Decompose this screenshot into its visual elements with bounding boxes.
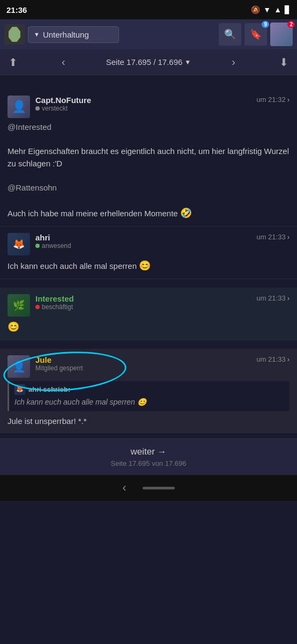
weiter-bar: weiter → Seite 17.695 von 17.696: [0, 438, 297, 475]
time-arrow-icon: ›: [287, 294, 289, 302]
status-time: 21:36: [6, 5, 27, 14]
jule-avatar[interactable]: 👤: [8, 355, 30, 378]
message-interested: 🌿 Interested beschäftigt um 21:33 › 😊: [0, 288, 297, 340]
status-label: versteckt: [42, 105, 68, 112]
dropdown-label: Unterhaltung: [43, 30, 89, 39]
body-text-2: Auch ich habe mal meine erhellenden Mome…: [8, 209, 180, 218]
capt-nofuture-time: um 21:32 ›: [256, 96, 289, 104]
capt-nofuture-body: @Interested Mehr Eigenschaften braucht e…: [8, 121, 289, 221]
app-logo[interactable]: [4, 24, 25, 45]
mention-interested: @Interested: [8, 122, 51, 131]
interested-info: Interested beschäftigt: [35, 294, 256, 311]
jule-username[interactable]: Jule: [35, 355, 256, 364]
ahri-info: ahri anwesend: [35, 233, 256, 250]
signal-icon: ▲: [274, 5, 281, 14]
ahri-time: um 21:33 ›: [256, 233, 289, 241]
mention-rattensohn: @Rattensohn: [8, 183, 57, 192]
capt-nofuture-status: versteckt: [35, 105, 256, 112]
bottom-nav: ‹: [0, 475, 297, 501]
jule-time: um 21:33 ›: [256, 355, 289, 363]
ahri-username[interactable]: ahri: [35, 233, 256, 242]
weiter-button[interactable]: weiter →: [8, 447, 289, 457]
weiter-label: weiter →: [130, 447, 166, 457]
jule-info: Jule Mitglied gesperrt: [35, 355, 256, 372]
interested-body: 😊: [8, 320, 289, 334]
status-dot: [35, 106, 40, 111]
wifi-icon: ▼: [263, 5, 271, 14]
interested-username[interactable]: Interested: [35, 294, 256, 303]
quote-text: Ich kann euch auch alle mal sperren 😊: [14, 397, 284, 408]
jule-status: Mitglied gesperrt: [35, 364, 256, 372]
logo-icon: [9, 27, 20, 42]
interested-avatar[interactable]: 🌿: [8, 294, 30, 317]
quote-author-name: ahri schrieb:: [28, 384, 70, 395]
time-arrow-icon: ›: [287, 233, 289, 241]
time-arrow-icon: ›: [287, 355, 289, 363]
body-text-1: Mehr Eigenschaften braucht es eigentlich…: [8, 147, 289, 168]
forum-dropdown[interactable]: ▼ Unterhaltung: [28, 26, 119, 43]
capt-nofuture-info: Capt.NoFuture versteckt: [35, 96, 256, 112]
messages-badge: 2: [287, 21, 295, 28]
ahri-avatar[interactable]: 🦊: [8, 233, 30, 255]
bookmark-icon: 🔖: [250, 28, 262, 40]
search-icon: 🔍: [224, 28, 236, 40]
page-info[interactable]: Seite 17.695 / 17.696 ▼: [106, 57, 191, 67]
prev-page-button[interactable]: ‹: [58, 53, 69, 71]
ahri-status: anwesend: [35, 242, 256, 250]
interested-status: beschäftigt: [35, 303, 256, 311]
emoji-2: 😊: [139, 260, 151, 271]
status-label: Mitglied gesperrt: [35, 364, 83, 372]
messages-button[interactable]: 2: [270, 23, 293, 46]
first-page-button[interactable]: ⬆: [5, 53, 21, 72]
capt-nofuture-avatar[interactable]: 👤: [8, 96, 30, 118]
bookmark-button[interactable]: 🔖 9: [244, 23, 267, 46]
page-info-text: Seite 17.695 / 17.696: [106, 57, 183, 67]
nav-bar: ▼ Unterhaltung 🔍 🔖 9 2: [0, 19, 297, 49]
interested-time: um 21:33 ›: [256, 294, 289, 302]
footer-page-label: Seite 17.695 von 17.696: [8, 459, 289, 467]
message-jule: 👤 Jule Mitglied gesperrt um 21:33 › 🦊: [0, 349, 297, 434]
quote-block: 🦊 ahri schrieb: Ich kann euch auch alle …: [8, 381, 289, 411]
message-ahri: 🦊 ahri anwesend um 21:33 › Ich kann euch…: [0, 226, 297, 279]
bookmark-badge: 9: [262, 21, 269, 28]
pagination-bar: ⬆ ‹ Seite 17.695 / 17.696 ▼ › ⬇: [0, 49, 297, 75]
quote-avatar: 🦊: [14, 384, 25, 395]
status-dot: [35, 305, 40, 309]
home-pill[interactable]: [143, 487, 175, 489]
status-label: beschäftigt: [42, 303, 73, 311]
emoji-3: 😊: [8, 321, 19, 332]
jule-body: 🦊 ahri schrieb: Ich kann euch auch alle …: [8, 381, 289, 428]
ahri-text: Ich kann euch auch alle mal sperren: [8, 261, 139, 270]
search-button[interactable]: 🔍: [219, 23, 241, 46]
ahri-body: Ich kann euch auch alle mal sperren 😊: [8, 259, 289, 273]
status-label: anwesend: [42, 242, 71, 250]
page-dropdown-icon: ▼: [184, 58, 191, 66]
quote-author: 🦊 ahri schrieb:: [14, 384, 284, 395]
status-icons: 🔕 ▼ ▲ ▊: [251, 5, 291, 14]
jule-text: Jule ist unsperrbar! *.*: [8, 416, 87, 426]
messages-area: 👤 Capt.NoFuture versteckt um 21:32 › @In…: [0, 84, 297, 438]
back-button[interactable]: ‹: [122, 481, 126, 495]
dropdown-arrow-icon: ▼: [34, 31, 40, 38]
download-button[interactable]: ⬇: [276, 53, 292, 72]
battery-icon: ▊: [285, 5, 291, 14]
message-capt-nofuture: 👤 Capt.NoFuture versteckt um 21:32 › @In…: [0, 89, 297, 226]
capt-nofuture-username[interactable]: Capt.NoFuture: [35, 96, 256, 105]
next-page-button[interactable]: ›: [228, 53, 239, 71]
time-arrow-icon: ›: [287, 96, 289, 104]
emoji-1: 🤣: [180, 208, 192, 218]
status-dot: [35, 244, 40, 248]
notification-mute-icon: 🔕: [251, 5, 260, 14]
status-bar: 21:36 🔕 ▼ ▲ ▊: [0, 0, 297, 19]
